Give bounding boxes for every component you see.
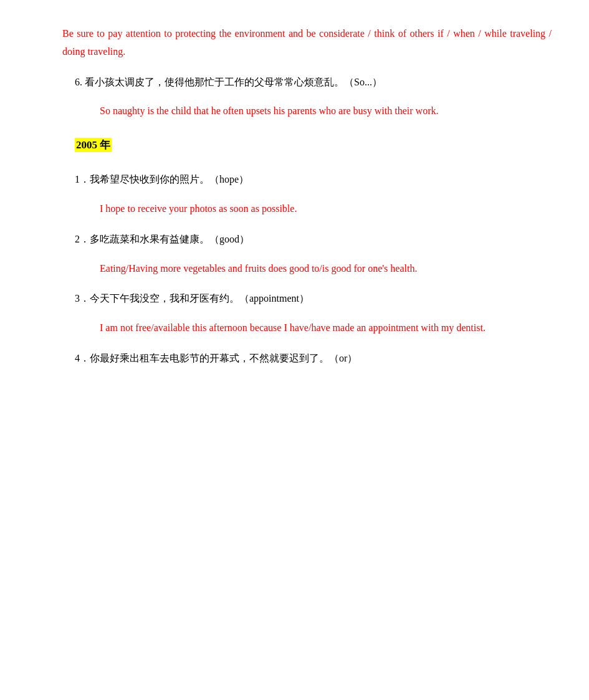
item6-chinese: 6. 看小孩太调皮了，使得他那忙于工作的父母常常心烦意乱。（So...） bbox=[75, 74, 552, 92]
q1-translation: I hope to receive your photos as soon as… bbox=[75, 200, 552, 218]
item6-red-text: So naughty is the child that he often up… bbox=[100, 102, 552, 120]
q3-translation: I am not free/available this afternoon b… bbox=[75, 319, 552, 337]
year-header: 2005 年 bbox=[75, 138, 112, 152]
q1-block: 1．我希望尽快收到你的照片。（hope） I hope to receive y… bbox=[37, 171, 552, 218]
q2-translation: Eating/Having more vegetables and fruits… bbox=[75, 260, 552, 278]
q4-chinese: 4．你最好乘出租车去电影节的开幕式，不然就要迟到了。（or） bbox=[75, 350, 552, 368]
intro-translation: Be sure to pay attention to protecting t… bbox=[37, 25, 552, 61]
q4-block: 4．你最好乘出租车去电影节的开幕式，不然就要迟到了。（or） bbox=[37, 350, 552, 368]
q3-chinese: 3．今天下午我没空，我和牙医有约。（appointment） bbox=[75, 290, 552, 308]
q3-block: 3．今天下午我没空，我和牙医有约。（appointment） I am not … bbox=[37, 290, 552, 337]
item6-translation: So naughty is the child that he often up… bbox=[75, 102, 552, 120]
q1-red-text: I hope to receive your photos as soon as… bbox=[100, 200, 552, 218]
year-section: 2005 年 bbox=[37, 133, 552, 158]
item6-block: 6. 看小孩太调皮了，使得他那忙于工作的父母常常心烦意乱。（So...） So … bbox=[37, 74, 552, 121]
q2-block: 2．多吃蔬菜和水果有益健康。（good） Eating/Having more … bbox=[37, 231, 552, 278]
intro-red-text: Be sure to pay attention to protecting t… bbox=[62, 25, 552, 61]
q3-red-text: I am not free/available this afternoon b… bbox=[100, 319, 552, 337]
q2-red-text: Eating/Having more vegetables and fruits… bbox=[100, 260, 552, 278]
q2-chinese: 2．多吃蔬菜和水果有益健康。（good） bbox=[75, 231, 552, 249]
q1-chinese: 1．我希望尽快收到你的照片。（hope） bbox=[75, 171, 552, 189]
